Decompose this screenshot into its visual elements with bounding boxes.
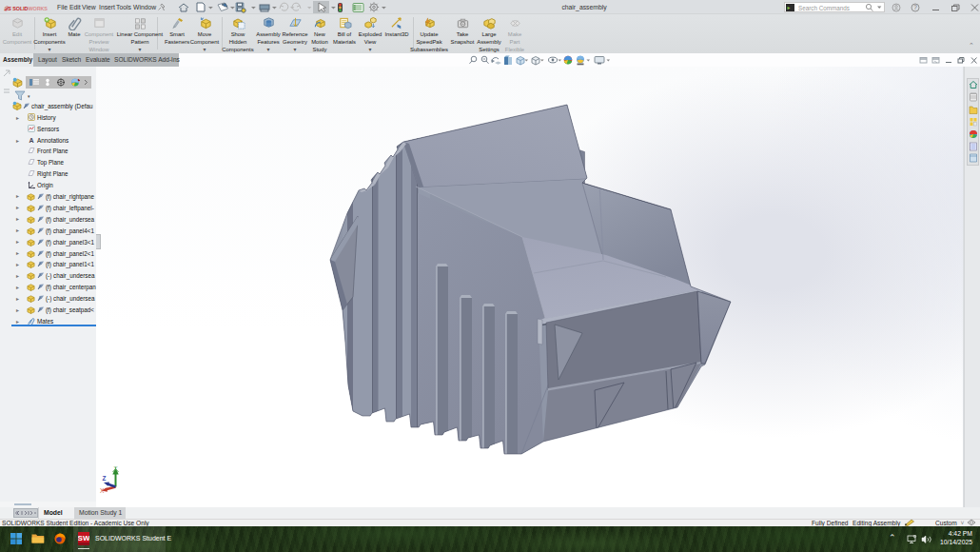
svg-text:Z: Z: [103, 475, 107, 482]
svg-text:A: A: [29, 137, 33, 144]
svg-text:Y: Y: [114, 465, 118, 471]
svg-text:SW: SW: [78, 534, 89, 542]
svg-text:X: X: [100, 487, 105, 493]
svg-text:?: ?: [913, 4, 917, 10]
